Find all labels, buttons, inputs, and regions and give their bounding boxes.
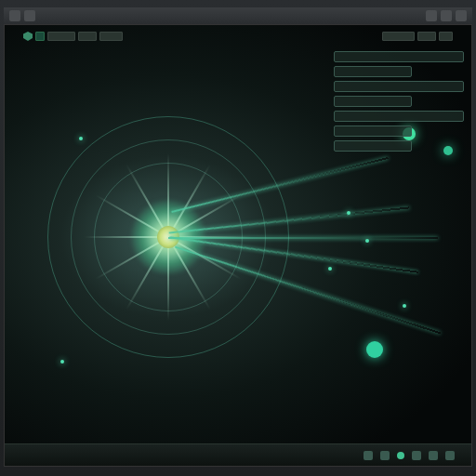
toolbar-button[interactable] — [35, 32, 45, 41]
window-control-icon[interactable] — [24, 10, 35, 21]
shield-icon — [23, 32, 33, 41]
panel-item[interactable] — [334, 51, 464, 62]
energy-orb — [366, 341, 383, 358]
particle-dot — [347, 211, 350, 215]
toolbar-button[interactable] — [439, 32, 453, 41]
status-icon[interactable] — [445, 451, 455, 460]
particle-dot — [403, 304, 406, 308]
toolbar-button[interactable] — [382, 32, 415, 41]
particle-dot — [365, 239, 369, 243]
particle-dot — [60, 360, 64, 364]
viewport — [4, 24, 472, 467]
panel-item[interactable] — [334, 66, 412, 77]
status-icon[interactable] — [412, 451, 421, 460]
toolbar-button[interactable] — [417, 32, 436, 41]
toolbar-button[interactable] — [78, 32, 97, 41]
light-beam — [168, 237, 438, 239]
window-titlebar — [4, 7, 472, 24]
window-control-icon[interactable] — [9, 10, 20, 21]
status-icon[interactable] — [429, 451, 438, 460]
particle-dot — [79, 137, 83, 140]
monitor-frame — [0, 0, 476, 476]
status-bar — [5, 443, 471, 466]
toolbar-button[interactable] — [47, 32, 75, 41]
panel-item[interactable] — [334, 126, 412, 137]
window-close-icon[interactable] — [456, 10, 467, 21]
status-icon[interactable] — [380, 451, 390, 460]
panel-item[interactable] — [334, 111, 464, 122]
right-panel — [334, 51, 464, 152]
window-minimize-icon[interactable] — [426, 10, 437, 21]
panel-item[interactable] — [334, 81, 464, 92]
top-toolbar — [23, 29, 453, 44]
panel-item[interactable] — [334, 96, 412, 107]
status-badge-icon — [397, 452, 404, 459]
status-icon[interactable] — [364, 451, 373, 460]
toolbar-button[interactable] — [99, 32, 123, 41]
window-maximize-icon[interactable] — [441, 10, 452, 21]
particle-dot — [328, 267, 332, 271]
panel-item[interactable] — [334, 140, 412, 152]
